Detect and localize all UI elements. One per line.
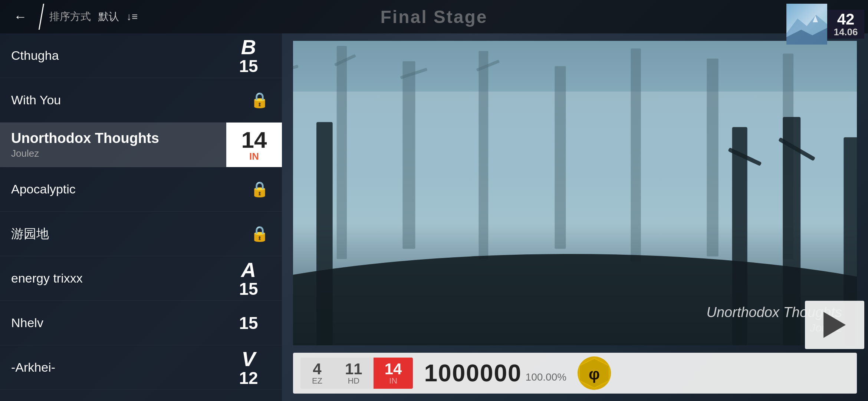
diff-tab-num: 14 [385, 361, 402, 377]
song-title: -Arkhei- [11, 360, 226, 375]
song-list: CthughaB15With You🔒Unorthodox ThoughtsJo… [0, 33, 282, 401]
play-button[interactable] [805, 301, 864, 349]
sort-label: 排序方式 [49, 10, 91, 24]
diff-letter: V [241, 349, 255, 369]
lock-icon: 🔒 [249, 180, 271, 198]
diff-tab-in[interactable]: 14IN [374, 358, 413, 389]
user-level-sub: 14.06 [834, 27, 858, 37]
diff-tab-ez[interactable]: 4EZ [300, 358, 334, 389]
user-level-number: 42 [837, 12, 855, 27]
diff-num: 15 [239, 58, 258, 75]
diff-letter: B [241, 37, 256, 58]
diff-tab-hd[interactable]: 11HD [334, 358, 374, 389]
sort-value[interactable]: 默认 [98, 10, 119, 24]
play-icon [823, 312, 846, 338]
song-title: With You [11, 93, 249, 107]
top-bar: ← 排序方式 默认 ↓≡ Final Stage 设置 ⊞ [0, 0, 868, 33]
user-level-badge: 42 14.06 [827, 10, 864, 39]
user-avatar [786, 4, 827, 45]
diff-tab-label: IN [389, 377, 397, 385]
song-title: energy trixxx [11, 271, 226, 286]
song-title: Apocalyptic [11, 182, 249, 196]
main-content: Unorthodox Thoughts Joulez 4EZ11HD14IN 1… [282, 33, 868, 401]
diff-badge: B15 [226, 37, 271, 75]
banner-trees [293, 41, 857, 345]
song-title: 游园地 [11, 225, 249, 242]
song-item-apocalyptic[interactable]: Apocalyptic🔒 [0, 167, 282, 212]
song-banner: Unorthodox Thoughts Joulez [293, 41, 857, 345]
diff-badge: A15 [226, 260, 271, 297]
song-item-arkhei[interactable]: -Arkhei-V12 [0, 345, 282, 390]
diff-tab-num: 4 [313, 361, 321, 377]
avatar-image [786, 4, 827, 45]
final-stage-text: Final Stage [380, 7, 487, 27]
selected-diff-label: IN [249, 151, 259, 161]
diff-num: 12 [239, 369, 258, 387]
song-item-with-you[interactable]: With You🔒 [0, 78, 282, 123]
phi-badge-icon: φ [578, 356, 611, 390]
song-title: Nhelv [11, 316, 226, 330]
diff-tab-label: HD [348, 377, 359, 385]
song-title: Cthugha [11, 48, 226, 63]
score-bar: 4EZ11HD14IN 1000000 100.00% φ [293, 353, 857, 394]
diff-letter: A [241, 260, 256, 280]
back-icon: ← [14, 9, 27, 25]
song-item-youyuandi[interactable]: 游园地🔒 [0, 212, 282, 256]
difficulty-tabs: 4EZ11HD14IN [300, 358, 413, 389]
diff-badge: 15 [226, 314, 271, 332]
diff-badge: V12 [226, 349, 271, 387]
lock-icon: 🔒 [249, 225, 271, 242]
gold-phi-badge: φ [578, 356, 611, 390]
diff-num: 15 [239, 280, 258, 297]
back-button[interactable]: ← [7, 4, 33, 30]
lock-icon: 🔒 [249, 91, 271, 109]
diff-tab-label: EZ [312, 377, 322, 385]
score-area: 1000000 100.00% [424, 359, 566, 387]
song-item-unorthodox-thoughts[interactable]: Unorthodox ThoughtsJoulez14IN [0, 123, 282, 167]
diff-tab-num: 11 [345, 361, 362, 377]
selected-diff-num: 14 [241, 128, 267, 151]
sort-icon[interactable]: ↓≡ [126, 11, 138, 23]
song-item-energy-trixxx[interactable]: energy trixxxA15 [0, 256, 282, 301]
diff-num: 15 [239, 314, 258, 332]
selected-diff-box: 14IN [226, 123, 282, 167]
divider [39, 4, 44, 30]
svg-text:φ: φ [589, 365, 600, 383]
song-item-cthugha[interactable]: CthughaB15 [0, 33, 282, 78]
score-percent: 100.00% [526, 371, 567, 387]
score-value: 1000000 [424, 359, 522, 387]
song-item-nhelv[interactable]: Nhelv15 [0, 301, 282, 345]
svg-rect-33 [293, 41, 857, 345]
user-badge: 42 14.06 [786, 4, 864, 45]
